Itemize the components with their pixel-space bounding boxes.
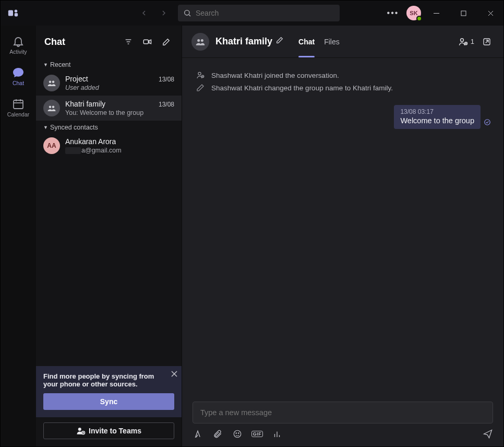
svg-point-43 <box>238 433 239 434</box>
edit-name-button[interactable] <box>275 36 284 47</box>
svg-point-42 <box>236 433 237 434</box>
sync-prompt-close-button[interactable] <box>171 370 177 379</box>
presence-available-icon <box>416 16 422 21</box>
chat-list-item[interactable]: Project 13/08 User added <box>36 70 182 96</box>
app-rail: Activity Chat Calendar <box>1 26 36 446</box>
nav-back-button[interactable] <box>136 5 152 21</box>
send-button[interactable] <box>483 429 493 439</box>
chat-item-date: 13/08 <box>159 101 174 108</box>
svg-point-19 <box>52 81 55 84</box>
svg-point-20 <box>49 106 52 109</box>
chat-list-panel: Chat ▼ Recent <box>36 26 182 446</box>
pencil-icon <box>275 36 284 44</box>
svg-line-4 <box>189 15 190 16</box>
people-add-icon <box>458 37 469 47</box>
search-input[interactable] <box>196 9 334 17</box>
system-message: Shashwat Khatri changed the group name t… <box>193 83 493 92</box>
tab-files[interactable]: Files <box>324 26 340 57</box>
poll-icon <box>272 429 282 439</box>
caret-down-icon: ▼ <box>43 62 48 67</box>
svg-line-35 <box>486 40 488 43</box>
composer: GIF <box>182 396 503 446</box>
popout-icon <box>482 37 491 46</box>
window-close-button[interactable] <box>478 1 502 26</box>
svg-point-30 <box>460 38 463 41</box>
chat-item-name: Khatri family <box>65 100 105 108</box>
svg-rect-6 <box>461 11 466 16</box>
svg-point-24 <box>78 428 81 431</box>
meet-now-button[interactable] <box>140 34 154 49</box>
person-joined-icon <box>196 70 205 80</box>
caret-down-icon: ▼ <box>43 125 48 130</box>
chat-item-name: Project <box>65 75 88 83</box>
chat-title: Khatri family <box>215 36 272 47</box>
message-timestamp: 13/08 03:17 <box>400 108 474 115</box>
group-avatar-icon <box>43 75 60 91</box>
gif-button[interactable]: GIF <box>252 429 262 439</box>
video-icon <box>142 37 152 46</box>
attach-button[interactable] <box>212 429 223 439</box>
message-bubble-own[interactable]: 13/08 03:17 Welcome to the group <box>394 105 481 129</box>
section-label: Recent <box>50 61 71 68</box>
svg-rect-2 <box>15 13 18 16</box>
pencil-icon <box>196 83 205 92</box>
section-label: Synced contacts <box>50 124 98 131</box>
svg-point-21 <box>52 106 55 109</box>
window-minimize-button[interactable] <box>424 1 448 26</box>
message-body: Welcome to the group <box>400 116 474 125</box>
invite-people-icon <box>76 426 86 436</box>
calendar-icon <box>12 98 25 110</box>
tab-chat[interactable]: Chat <box>298 26 315 57</box>
contact-email: a@gmail.com <box>65 147 174 154</box>
sync-prompt-message: Find more people by syncing from your ph… <box>43 372 174 388</box>
chat-item-date: 13/08 <box>159 76 174 83</box>
emoji-button[interactable] <box>232 429 243 439</box>
svg-point-41 <box>234 430 241 438</box>
svg-point-3 <box>185 10 189 15</box>
contact-list-item[interactable]: AA Anukaran Arora a@gmail.com <box>36 133 182 158</box>
sync-prompt: Find more people by syncing from your ph… <box>36 366 182 417</box>
section-recent[interactable]: ▼ Recent <box>36 58 182 70</box>
rail-calendar[interactable]: Calendar <box>1 93 36 122</box>
ellipsis-icon: ••• <box>387 8 399 18</box>
send-icon <box>483 429 493 439</box>
window-maximize-button[interactable] <box>451 1 475 26</box>
teams-logo-icon <box>5 5 21 21</box>
svg-point-1 <box>15 10 18 13</box>
svg-point-28 <box>197 39 200 42</box>
participants-count: 1 <box>471 38 474 45</box>
rail-chat[interactable]: Chat <box>1 62 36 90</box>
compose-box[interactable] <box>193 402 493 424</box>
chat-main: Khatri family Chat Files 1 <box>182 26 503 446</box>
search-box[interactable] <box>178 5 340 21</box>
gif-icon: GIF <box>251 431 263 437</box>
rail-label: Chat <box>13 80 24 86</box>
sync-button[interactable]: Sync <box>43 393 174 410</box>
rail-activity[interactable]: Activity <box>1 31 36 59</box>
new-chat-button[interactable] <box>159 34 173 49</box>
chat-list-item[interactable]: Khatri family 13/08 You: Welcome to the … <box>36 96 182 121</box>
rail-label: Calendar <box>7 111 30 117</box>
emoji-icon <box>233 429 242 439</box>
paperclip-icon <box>213 429 222 439</box>
system-text: Shashwat Khatri joined the conversation. <box>211 72 339 79</box>
poll-button[interactable] <box>272 429 282 439</box>
profile-initials: SK <box>410 10 417 16</box>
invite-label: Invite to Teams <box>89 427 141 435</box>
participants-button[interactable]: 1 <box>458 37 474 47</box>
filter-button[interactable] <box>121 34 136 49</box>
title-bar: ••• SK <box>1 1 503 26</box>
popout-button[interactable] <box>479 34 494 49</box>
svg-point-18 <box>49 81 52 84</box>
svg-point-40 <box>485 120 490 125</box>
format-button[interactable] <box>193 429 203 439</box>
more-options-button[interactable]: ••• <box>382 3 403 23</box>
system-message: Shashwat Khatri joined the conversation. <box>193 70 493 80</box>
invite-to-teams-button[interactable]: Invite to Teams <box>43 422 174 439</box>
format-icon <box>193 429 203 439</box>
group-avatar-icon <box>43 100 60 116</box>
nav-forward-button[interactable] <box>156 5 172 21</box>
compose-input[interactable] <box>200 408 485 417</box>
section-synced-contacts[interactable]: ▼ Synced contacts <box>36 121 182 133</box>
profile-avatar[interactable]: SK <box>406 6 421 20</box>
